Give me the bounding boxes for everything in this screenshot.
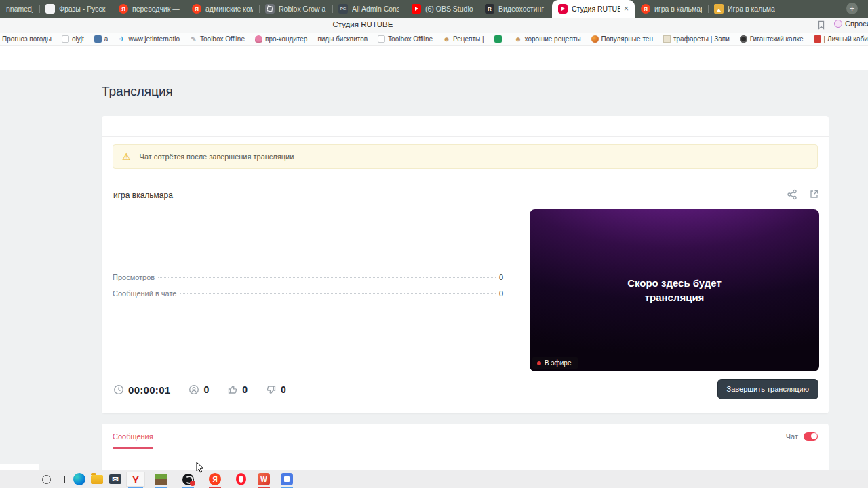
- browser-tab[interactable]: админские команды: [186, 0, 259, 18]
- admin-icon: [338, 4, 348, 14]
- bookmark-item[interactable]: www.jetinternatio: [118, 35, 180, 43]
- stat-row: Сообщений в чате 0: [113, 289, 503, 306]
- taskbar-yandex[interactable]: Я: [208, 472, 222, 487]
- end-broadcast-button[interactable]: Завершить трансляцию: [717, 379, 818, 399]
- messages-card: Сообщения Чат: [102, 424, 829, 470]
- ask-alice-button[interactable]: Спроси: [834, 20, 868, 28]
- stream-title: игра вкальмара: [113, 190, 173, 200]
- external-link-button[interactable]: [809, 189, 819, 200]
- sheets-icon: [494, 35, 502, 43]
- bookmark-item[interactable]: a: [94, 35, 108, 43]
- bookmark-label: трафареты | Запи: [673, 35, 730, 43]
- taskbar-wps[interactable]: W: [256, 472, 271, 487]
- divider: [102, 106, 829, 106]
- stream-stats: Просмотров 0 Сообщений в чате 0: [113, 273, 503, 306]
- live-dot-icon: [537, 361, 541, 365]
- bookmark-item[interactable]: Гигантский калке: [740, 35, 804, 43]
- taskbar-task-view[interactable]: [54, 472, 68, 487]
- viewers-counter: 0: [189, 384, 209, 395]
- tab-messages[interactable]: Сообщения: [113, 424, 153, 449]
- warning-icon: ⚠: [122, 152, 131, 161]
- browser-tab[interactable]: игра в кальмара — Я: [635, 0, 708, 18]
- page-light-icon: [45, 4, 55, 14]
- browser-tab[interactable]: Roblox Grow a Garde: [259, 0, 332, 18]
- bookmark-item[interactable]: про-кондитер: [255, 35, 307, 43]
- bookmark-item[interactable]: Рецепты |: [443, 35, 484, 43]
- page-title: Трансляция: [102, 84, 173, 99]
- taskbar-mail[interactable]: [108, 472, 123, 487]
- mouse-cursor: [195, 462, 205, 476]
- taskbar-minecraft[interactable]: [153, 472, 168, 487]
- browser-tab[interactable]: Видеохостинг RUTUB: [479, 0, 552, 18]
- tab-label: Видеохостинг RUTUB: [498, 5, 546, 13]
- bookmark-item[interactable]: olyjt: [62, 35, 84, 43]
- dislikes-value: 0: [281, 384, 286, 395]
- taskbar-app-icon: Y: [132, 474, 139, 485]
- bookmark-item[interactable]: хорошие рецепты: [515, 35, 581, 43]
- bookmark-flag-icon[interactable]: [816, 20, 826, 30]
- live-badge-label: В эфире: [545, 359, 572, 367]
- bookmark-label: Toolbox Offline: [388, 35, 433, 43]
- taskbar-app-icon: [73, 473, 85, 485]
- bookmark-item[interactable]: [494, 35, 505, 43]
- bookmark-label: a: [104, 35, 108, 43]
- bookmark-item[interactable]: Прогноз погоды: [2, 35, 52, 43]
- plane-icon: [118, 35, 125, 43]
- thumb-down-icon: [266, 384, 277, 395]
- dotted-leader: [158, 277, 496, 278]
- bookmark-item[interactable]: Популярные тен: [591, 35, 653, 43]
- tab-label: Студия RUTUBE: [572, 5, 620, 13]
- timer-value: 00:00:01: [128, 384, 170, 396]
- alice-icon: [834, 20, 842, 28]
- browser-tab[interactable]: Фразы - Русская рас: [39, 0, 113, 18]
- new-tab-button[interactable]: +: [846, 3, 858, 14]
- thumb-up-icon: [227, 384, 238, 395]
- tab-close-icon[interactable]: ×: [624, 5, 629, 13]
- clock-icon: [113, 384, 124, 395]
- chat-toggle[interactable]: [804, 432, 818, 441]
- share-button[interactable]: [787, 189, 797, 200]
- taskbar-edge[interactable]: [72, 472, 87, 487]
- taskbar-opera[interactable]: [233, 472, 248, 487]
- browser-tab[interactable]: Игра в кальмара роб: [708, 0, 781, 18]
- taskbar-search[interactable]: [39, 472, 54, 487]
- browser-tab[interactable]: All Admin Console Co: [332, 0, 406, 18]
- taskbar-obs[interactable]: [180, 472, 195, 487]
- broadcast-tabs: [102, 116, 829, 137]
- bookmark-item[interactable]: трафареты | Запи: [663, 35, 730, 43]
- stream-duration: 00:00:01: [113, 384, 170, 396]
- screen: nnamed_ Фразы - Русская рас переводчик —…: [0, 0, 868, 488]
- taskbar: Y Я W: [0, 470, 868, 488]
- bookmark-item[interactable]: Toolbox Offline: [378, 35, 433, 43]
- bookmark-item[interactable]: Toolbox Offline: [190, 35, 245, 43]
- likes-value: 0: [242, 384, 248, 395]
- person-icon: [515, 35, 522, 43]
- bookmark-label: виды бисквитов: [317, 35, 368, 43]
- bookmarks-bar: Прогноз погоды olyjt a www.jetinternatio…: [0, 33, 868, 46]
- tab-label: nnamed_: [6, 5, 33, 13]
- browser-tab[interactable]: nnamed_: [0, 0, 39, 18]
- bookmark-label: olyjt: [72, 35, 84, 43]
- browser-tab[interactable]: (6) OBS Studio - Нас: [406, 0, 479, 18]
- page-icon: [62, 35, 69, 43]
- stream-counters: 00:00:01 0 0: [113, 382, 286, 398]
- dislikes-counter: 0: [266, 384, 286, 395]
- taskbar-file-explorer[interactable]: [90, 472, 104, 487]
- window-title: Студия RUTUBE: [264, 20, 461, 28]
- broadcast-card: ⚠ Чат сотрётся после завершения трансляц…: [102, 116, 829, 413]
- taskbar-yandex-browser[interactable]: Y: [126, 472, 145, 487]
- cupcake-icon: [255, 35, 262, 43]
- bookmark-item[interactable]: | Личный кабинет: [814, 35, 868, 43]
- page-icon: [378, 35, 385, 43]
- bookmark-label: хорошие рецепты: [525, 35, 581, 43]
- bookmark-item[interactable]: виды бисквитов: [317, 35, 368, 43]
- stat-row: Просмотров 0: [113, 273, 503, 289]
- browser-tab[interactable]: переводчик — Янде: [113, 0, 186, 18]
- taskbar-photos[interactable]: [279, 472, 294, 487]
- bookmark-label: Популярные тен: [601, 35, 653, 43]
- taskbar-app-icon: [42, 475, 51, 484]
- browser-tab[interactable]: Студия RUTUBE ×: [552, 0, 635, 18]
- browser-toolbar: Студия RUTUBE Спроси: [0, 18, 868, 33]
- live-badge: В эфире: [532, 357, 578, 369]
- tab-label: админские команды: [205, 5, 253, 13]
